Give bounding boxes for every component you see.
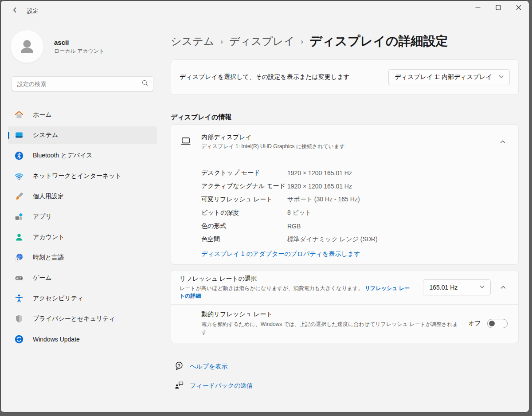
internal-display-title: 内部ディスプレイ xyxy=(201,133,345,141)
sidebar-item-label: ホーム xyxy=(33,111,52,119)
accessibility-icon xyxy=(14,294,24,303)
titlebar: 設定 xyxy=(1,1,529,20)
section-title-display-info: ディスプレイの情報 xyxy=(171,113,519,122)
sidebar-item-bluetooth[interactable]: Bluetooth とデバイス xyxy=(8,147,157,165)
windows-update-icon xyxy=(14,334,24,344)
sidebar-item-label: Windows Update xyxy=(33,336,80,343)
sidebar-nav: ホーム システム Bluetooth とデバイス ネットワークとインタ xyxy=(1,106,164,348)
maximize-icon xyxy=(495,4,501,12)
sidebar-item-gaming[interactable]: ゲーム xyxy=(8,269,157,287)
monitor-icon xyxy=(180,135,192,149)
time-language-icon xyxy=(14,253,24,263)
gaming-icon xyxy=(14,273,24,283)
refresh-rate-value: 165.01 Hz xyxy=(430,284,458,291)
detail-row-color-format: 色の形式 RGB xyxy=(201,220,508,233)
back-button[interactable] xyxy=(8,4,24,17)
back-arrow-icon xyxy=(12,6,20,16)
personalization-icon xyxy=(14,192,24,201)
page-title: ディスプレイの詳細設定 xyxy=(309,33,448,50)
sidebar-item-label: システム xyxy=(33,131,58,139)
search-icon xyxy=(141,79,149,88)
accounts-icon xyxy=(14,232,24,242)
close-icon xyxy=(516,4,522,12)
sidebar-item-privacy[interactable]: プライバシーとセキュリティ xyxy=(8,310,157,328)
sidebar-item-network[interactable]: ネットワークとインターネット xyxy=(8,167,157,185)
sidebar-item-apps[interactable]: アプリ xyxy=(8,208,157,226)
sidebar-item-accounts[interactable]: アカウント xyxy=(8,228,157,246)
refresh-rate-description: レートが高いほど動きは滑らかになりますが、消費電力も大きくなります。 リフレッシ… xyxy=(180,285,414,300)
sidebar-item-label: ネットワークとインターネット xyxy=(33,172,121,180)
breadcrumb-separator: › xyxy=(220,36,223,46)
user-account-type: ローカル アカウント xyxy=(54,47,105,55)
dynamic-refresh-rate-toggle[interactable] xyxy=(487,319,508,328)
sidebar-item-personalization[interactable]: 個人用設定 xyxy=(8,188,157,205)
chevron-up-icon[interactable] xyxy=(498,137,508,147)
breadcrumb-display[interactable]: ディスプレイ xyxy=(229,34,294,48)
system-icon xyxy=(14,130,24,140)
sidebar-item-label: アクセシビリティ xyxy=(33,294,84,302)
display-select-label: ディスプレイを選択して、その設定を表示または変更します xyxy=(180,73,350,81)
home-icon xyxy=(14,110,24,120)
dynamic-refresh-rate-description: 電力を節約するために、Windows では、上記の選択した速度に合わせてリフレッ… xyxy=(201,320,462,336)
refresh-rate-title: リフレッシュ レートの選択 xyxy=(180,275,414,283)
sidebar-item-time-language[interactable]: 時刻と言語 xyxy=(8,249,157,267)
search-box xyxy=(12,76,153,91)
sidebar-item-windows-update[interactable]: Windows Update xyxy=(8,330,157,348)
refresh-rate-header: リフレッシュ レートの選択 レートが高いほど動きは滑らかになりますが、消費電力も… xyxy=(171,271,518,304)
window-controls xyxy=(468,1,529,16)
breadcrumb-separator: › xyxy=(301,36,303,46)
sidebar-item-label: プライバシーとセキュリティ xyxy=(33,315,115,323)
sidebar-item-home[interactable]: ホーム xyxy=(8,106,157,124)
get-help-link[interactable]: ヘルプを表示 xyxy=(190,363,227,371)
sidebar-item-label: 時刻と言語 xyxy=(33,254,64,262)
detail-row-desktop-mode: デスクトップ モード 1920 × 1200 165.01 Hz xyxy=(201,166,508,180)
privacy-icon xyxy=(14,314,24,324)
detail-row-bit-depth: ビットの深度 8 ビット xyxy=(201,206,508,220)
search-input[interactable] xyxy=(17,81,141,87)
chevron-down-icon xyxy=(498,73,504,81)
adapter-properties-link[interactable]: ディスプレイ 1 のアダプターのプロパティを表示します xyxy=(201,250,360,258)
toggle-state-label: オフ xyxy=(468,319,481,327)
sidebar-item-label: Bluetooth とデバイス xyxy=(33,152,93,160)
sidebar: ascii ローカル アカウント ホーム システム xyxy=(1,20,164,412)
selected-accent-pill xyxy=(8,132,9,139)
sidebar-item-label: 個人用設定 xyxy=(33,192,64,200)
sidebar-item-label: アプリ xyxy=(33,213,52,221)
main-content: システム › ディスプレイ › ディスプレイの詳細設定 ディスプレイを選択して、… xyxy=(171,20,519,412)
detail-row-color-space: 色空間 標準ダイナミック レンジ (SDR) xyxy=(201,233,508,246)
breadcrumb-system[interactable]: システム xyxy=(171,34,214,48)
display-select-value: ディスプレイ 1: 内部ディスプレイ xyxy=(395,73,492,81)
sidebar-item-label: アカウント xyxy=(33,233,65,241)
bluetooth-icon xyxy=(14,151,24,161)
network-icon xyxy=(14,171,24,181)
user-name: ascii xyxy=(54,39,105,46)
feedback-icon xyxy=(174,380,184,392)
breadcrumb: システム › ディスプレイ › ディスプレイの詳細設定 xyxy=(171,33,519,50)
maximize-button[interactable] xyxy=(488,1,509,16)
send-feedback-row[interactable]: フィードバックの送信 xyxy=(171,380,519,392)
footer-links: ? ヘルプを表示 フィードバックの送信 xyxy=(171,361,519,392)
display-select-dropdown[interactable]: ディスプレイ 1: 内部ディスプレイ xyxy=(388,69,510,85)
send-feedback-link[interactable]: フィードバックの送信 xyxy=(190,382,253,390)
minimize-button[interactable] xyxy=(468,1,488,16)
display-info-card: 内部ディスプレイ ディスプレイ 1: Intel(R) UHD Graphics… xyxy=(171,124,519,265)
apps-icon xyxy=(14,212,24,222)
help-icon: ? xyxy=(174,361,184,373)
sidebar-item-label: ゲーム xyxy=(33,274,52,282)
minimize-icon xyxy=(475,4,481,12)
display-info-details: デスクトップ モード 1920 × 1200 165.01 Hz アクティブなシ… xyxy=(171,159,518,264)
display-info-expander-header[interactable]: 内部ディスプレイ ディスプレイ 1: Intel(R) UHD Graphics… xyxy=(171,125,518,159)
toggle-knob xyxy=(489,321,495,326)
refresh-rate-dropdown[interactable]: 165.01 Hz xyxy=(423,279,491,295)
chevron-up-icon[interactable] xyxy=(499,283,508,292)
user-profile[interactable]: ascii ローカル アカウント xyxy=(11,30,164,63)
svg-text:?: ? xyxy=(178,363,180,368)
detail-row-variable-refresh-rate: 可変リフレッシュ レート サポート (30 Hz - 165 Hz) xyxy=(201,193,508,206)
sidebar-item-accessibility[interactable]: アクセシビリティ xyxy=(8,290,157,307)
sidebar-item-system[interactable]: システム xyxy=(8,126,157,144)
display-select-card: ディスプレイを選択して、その設定を表示または変更します ディスプレイ 1: 内部… xyxy=(171,59,519,95)
close-button[interactable] xyxy=(509,1,529,16)
get-help-row[interactable]: ? ヘルプを表示 xyxy=(171,361,519,373)
internal-display-subtitle: ディスプレイ 1: Intel(R) UHD Graphics に接続されていま… xyxy=(201,143,345,150)
window-title: 設定 xyxy=(27,7,39,15)
